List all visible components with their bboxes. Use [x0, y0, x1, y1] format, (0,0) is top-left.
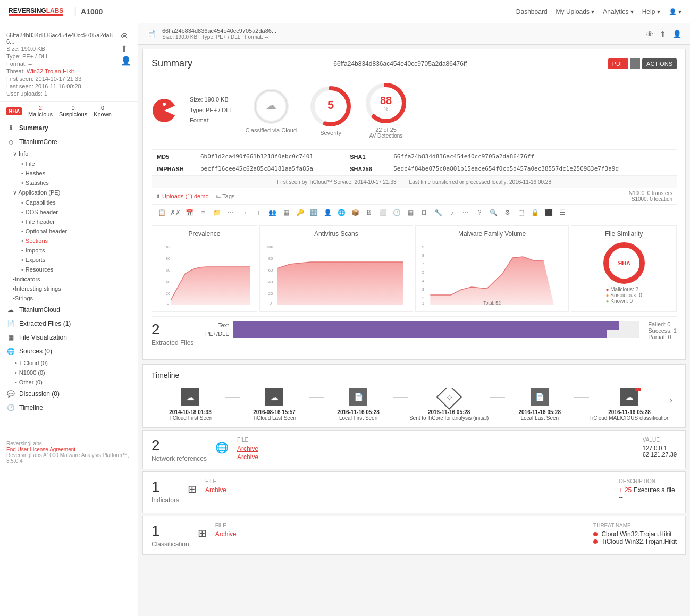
ext-bar-dll-fill	[233, 330, 607, 338]
toolbar-icon-28[interactable]: 🔒	[529, 207, 541, 218]
timeline-next[interactable]: ›	[670, 395, 672, 405]
tree-strings[interactable]: •Strings	[6, 293, 138, 303]
sidebar-item-file-visualization[interactable]: ▦ File Visualization	[0, 331, 138, 344]
file-icon: 📄	[147, 30, 156, 38]
toolbar-icon-18[interactable]: 🕐	[391, 207, 402, 218]
toolbar-icon-15[interactable]: 📦	[349, 207, 361, 218]
toolbar-icon-26[interactable]: ⚙	[501, 207, 513, 218]
pdf-button[interactable]: PDF	[608, 58, 628, 69]
tree-indicators[interactable]: •Indicators	[6, 274, 138, 284]
svg-text:8: 8	[422, 253, 425, 258]
tree-sections[interactable]: •Sections	[15, 236, 138, 246]
tree-hashes[interactable]: •Hashes	[15, 168, 138, 178]
classification-section: 1 Classification ⊞ File Archive Threat N…	[142, 516, 686, 555]
toolbar-icon-27[interactable]: ⬚	[515, 207, 527, 218]
aha-badge: ЯHΛ	[6, 107, 22, 115]
severity-svg: 5	[309, 85, 352, 128]
toolbar-icon-12[interactable]: 🔢	[308, 207, 319, 218]
toolbar-icon-22[interactable]: ♪	[446, 207, 458, 218]
upload-icon-top[interactable]: ⬆	[660, 30, 666, 38]
eye-icon-top[interactable]: 👁	[646, 30, 653, 38]
toolbar-icon-30[interactable]: ☰	[557, 207, 568, 218]
toolbar-icon-13[interactable]: 👤	[322, 207, 333, 218]
network-file-1[interactable]: Archive	[237, 445, 258, 452]
tree-capabilities[interactable]: •Capabilities	[15, 198, 138, 207]
sidebar-item-timeline[interactable]: 🕐 Timeline	[0, 401, 138, 415]
known-count: 0	[94, 105, 112, 111]
upload-icon[interactable]: ⬆	[121, 44, 131, 54]
nav-help[interactable]: Help ▾	[642, 8, 660, 15]
imphash-value: becff16cee45c62a85c84181aa5fa85a	[196, 163, 344, 174]
toolbar-icon-2[interactable]: ✗✗	[170, 207, 181, 218]
nav-user[interactable]: 👤 ▾	[669, 8, 681, 15]
tree-file[interactable]: •File	[15, 159, 138, 168]
toolbar-icon-8[interactable]: ↑	[253, 207, 264, 218]
nav-dashboard[interactable]: Dashboard	[516, 8, 548, 15]
indicators-file-1[interactable]: Archive	[205, 486, 226, 494]
person-icon-top[interactable]: 👤	[672, 30, 681, 38]
sidebar-file-info: 66ffa24b834d836ac454e40cc9705a2da86... S…	[0, 28, 138, 102]
toolbar-icon-4[interactable]: ≡	[197, 207, 209, 218]
tree-resources[interactable]: •Resources	[15, 265, 138, 274]
toolbar-icon-5[interactable]: 📁	[211, 207, 223, 218]
prevalence-chart-block: Prevalence 100 80 60 40 20	[152, 225, 257, 312]
tree-application[interactable]: ∨ Application (PE)	[6, 188, 138, 198]
sidebar-item-titaniumcloud[interactable]: ☁ TitaniumCloud	[0, 303, 138, 317]
toolbar-icon-11[interactable]: 🔑	[294, 207, 306, 218]
tree-file-header[interactable]: •File header	[15, 217, 138, 226]
tree-interesting-strings[interactable]: •Interesting strings	[6, 284, 138, 293]
sidebar-item-titaniumcore[interactable]: ◇ TitaniumCore	[0, 135, 138, 149]
toolbar-icon-9[interactable]: 👥	[266, 207, 278, 218]
tree-exports[interactable]: •Exports	[15, 255, 138, 265]
toolbar-icon-24[interactable]: ?	[474, 207, 485, 218]
tree-optional-header[interactable]: •Optional header	[15, 226, 138, 236]
toolbar-icon-23[interactable]: ⋯	[460, 207, 472, 218]
toolbar-icon-7[interactable]: →	[239, 207, 250, 218]
uploads-link[interactable]: Uploads (1) demo	[162, 193, 208, 199]
av-value: 22 of 25	[375, 126, 397, 133]
sources-ticloud[interactable]: •TiCloud (0)	[9, 358, 138, 368]
tree-expand-info[interactable]: ∨ Info	[6, 149, 138, 159]
sidebar-discussion-label: Discussion (0)	[19, 390, 60, 398]
toolbar-icon-21[interactable]: 🔧	[432, 207, 444, 218]
sidebar-item-discussion[interactable]: 💬 Discussion (0)	[0, 387, 138, 401]
toolbar-icon-29[interactable]: ⬛	[543, 207, 554, 218]
indicators-files-col: File Archive	[205, 478, 226, 495]
toolbar-icon-16[interactable]: 🖥	[363, 207, 375, 218]
toolbar-icon-6[interactable]: ⋯	[225, 207, 237, 218]
sidebar-item-sources[interactable]: 🌐 Sources (0)	[0, 344, 138, 358]
svg-marker-19	[171, 267, 250, 305]
sources-n1000[interactable]: •N1000 (0)	[9, 368, 138, 377]
tree-dos-header[interactable]: •DOS header	[15, 207, 138, 217]
nav-analytics[interactable]: Analytics ▾	[603, 8, 633, 15]
sources-other[interactable]: •Other (0)	[9, 377, 138, 387]
class-file-1[interactable]: Archive	[215, 530, 237, 538]
sidebar-timeline-label: Timeline	[19, 404, 43, 411]
toolbar-icon-25[interactable]: 🔍	[487, 207, 499, 218]
person-icon[interactable]: 👤	[121, 56, 131, 66]
ext-bar-dll: PE+/DLL	[202, 330, 639, 338]
toolbar-icon-1[interactable]: 📋	[156, 207, 167, 218]
toolbar-icon-19[interactable]: ▦	[405, 207, 416, 218]
av-svg: 88 %	[365, 82, 407, 124]
toolbar-icon-17[interactable]: ⬜	[377, 207, 389, 218]
tl-label-2: TiCloud Last Seen	[253, 415, 296, 421]
top-bar-hash: 66ffa24b834d836ac454e40cc9705a2da86...	[162, 28, 276, 34]
tree-imports[interactable]: •Imports	[15, 246, 138, 255]
toolbar-icon-10[interactable]: ▦	[280, 207, 292, 218]
footer: ReversingLabs End User License Agreement…	[0, 436, 138, 468]
toolbar-icon-3[interactable]: 📅	[183, 207, 195, 218]
footer-eula-link[interactable]: End User License Agreement	[6, 446, 75, 452]
sidebar-first-seen: First seen: 2014-10-17 21:33	[6, 75, 121, 82]
sidebar-item-extracted-files[interactable]: 📄 Extracted Files (1)	[0, 317, 138, 331]
eye-icon[interactable]: 👁	[121, 32, 131, 41]
sidebar-item-summary[interactable]: ℹ Summary	[0, 121, 138, 135]
actions-button[interactable]: ACTIONS	[642, 58, 677, 69]
network-file-2[interactable]: Archive	[237, 453, 258, 461]
network-file-header: File	[237, 437, 258, 443]
tree-statistics[interactable]: •Statistics	[15, 178, 138, 188]
toolbar-icon-20[interactable]: 🗒	[418, 207, 430, 218]
nav-uploads[interactable]: My Uploads ▾	[556, 8, 595, 15]
toolbar-icon-14[interactable]: 🌐	[335, 207, 347, 218]
menu-button[interactable]: ≡	[630, 58, 640, 69]
